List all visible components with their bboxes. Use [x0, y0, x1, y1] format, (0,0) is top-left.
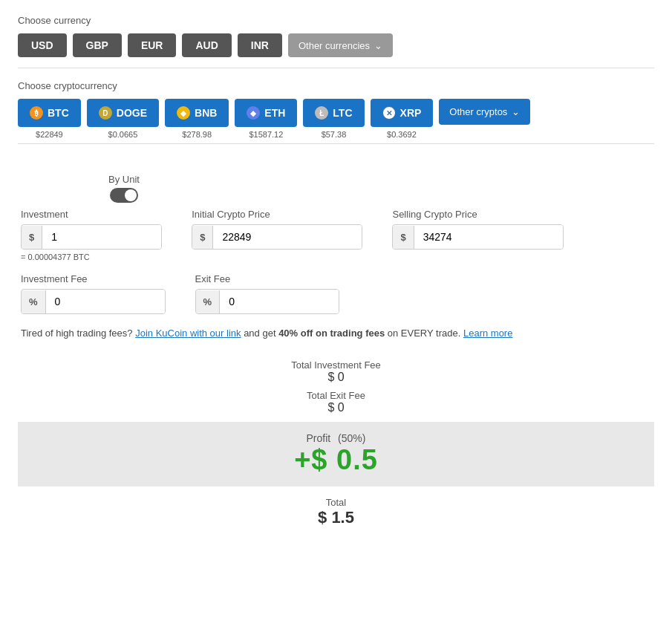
initial-price-label: Initial Crypto Price	[192, 209, 362, 220]
btc-equiv: = 0.00004377 BTC	[21, 253, 162, 261]
initial-price-prefix: $	[192, 226, 213, 249]
investment-block: Investment $ = 0.00004377 BTC	[21, 209, 162, 261]
xrp-icon: ✕	[382, 106, 396, 120]
other-currencies-label: Other currencies	[299, 40, 370, 51]
investment-fee-label: Investment Fee	[21, 273, 166, 284]
currency-eur[interactable]: EUR	[128, 33, 177, 57]
crypto-xrp-button[interactable]: ✕ XRP	[371, 99, 434, 127]
learn-more-link[interactable]: Learn more	[463, 328, 512, 339]
other-currencies-button[interactable]: Other currencies ⌄	[288, 33, 393, 57]
investment-input-group: $	[21, 224, 162, 250]
currency-buttons: USD GBP EUR AUD INR Other currencies ⌄	[18, 33, 654, 57]
results-section: Total Investment Fee $ 0 Total Exit Fee …	[18, 359, 654, 414]
profit-section: Profit (50%) +$ 0.5	[18, 422, 654, 486]
investment-fee-input[interactable]	[46, 290, 165, 313]
investment-prefix: $	[22, 226, 42, 249]
exit-fee-input-group: %	[195, 289, 340, 314]
fee-text-after: on EVERY trade.	[385, 328, 463, 339]
total-investment-fee-row: Total Investment Fee $ 0	[18, 359, 654, 384]
total-label: Total	[18, 497, 654, 508]
bnb-icon: ◆	[177, 106, 190, 120]
profit-value: +$ 0.5	[18, 444, 654, 476]
kucoin-link[interactable]: Join KuCoin with our link	[135, 328, 241, 339]
other-cryptos-button[interactable]: Other cryptos ⌄	[439, 99, 530, 125]
doge-icon: D	[99, 106, 112, 120]
fee-text-middle: and get	[241, 328, 279, 339]
exit-fee-label: Exit Fee	[195, 273, 340, 284]
crypto-eth-button[interactable]: ◆ ETH	[235, 99, 297, 127]
exit-fee-input[interactable]	[220, 290, 339, 313]
initial-price-input-group: $	[192, 224, 362, 250]
other-cryptos-wrapper: Other cryptos ⌄	[439, 99, 530, 125]
currency-gbp[interactable]: GBP	[73, 33, 122, 57]
selling-price-input[interactable]	[414, 225, 563, 249]
ltc-label: LTC	[333, 107, 352, 119]
bnb-label: BNB	[195, 107, 217, 119]
profit-label: Profit (50%)	[18, 432, 654, 444]
investment-fee-input-group: %	[21, 289, 166, 314]
ltc-icon: Ł	[315, 106, 328, 120]
selling-price-input-group: $	[392, 224, 563, 250]
crypto-bnb-button[interactable]: ◆ BNB	[165, 99, 229, 127]
xrp-wrapper: ✕ XRP $0.3692	[371, 99, 434, 139]
divider-1	[18, 68, 654, 68]
doge-label: DOGE	[117, 107, 147, 119]
ltc-wrapper: Ł LTC $57.38	[303, 99, 364, 139]
bnb-price: $278.98	[182, 130, 212, 139]
bnb-wrapper: ◆ BNB $278.98	[165, 99, 229, 139]
currency-aud[interactable]: AUD	[182, 33, 231, 57]
xrp-price: $0.3692	[387, 130, 417, 139]
ltc-price: $57.38	[322, 130, 347, 139]
investment-label: Investment	[21, 209, 162, 220]
by-unit-toggle[interactable]	[110, 188, 138, 203]
crypto-doge-button[interactable]: D DOGE	[87, 99, 159, 127]
currency-usd[interactable]: USD	[18, 33, 67, 57]
btc-wrapper: ₿ BTC $22849	[18, 99, 81, 139]
exit-fee-prefix: %	[196, 290, 221, 313]
calculator-area: By Unit Investment $ = 0.00004377 BTC In…	[18, 174, 654, 342]
total-value: $ 1.5	[18, 508, 654, 527]
fee-bold-text: 40% off on trading fees	[278, 328, 385, 339]
initial-price-block: Initial Crypto Price $	[192, 209, 362, 250]
crypto-ltc-button[interactable]: Ł LTC	[303, 99, 364, 127]
btc-label: BTC	[48, 107, 69, 119]
by-unit-label: By Unit	[108, 174, 140, 185]
total-exit-fee-value: $ 0	[18, 401, 654, 414]
divider-2	[18, 143, 654, 144]
chevron-down-icon: ⌄	[374, 40, 382, 51]
currency-section: Choose currency USD GBP EUR AUD INR Othe…	[18, 15, 654, 57]
total-investment-fee-label: Total Investment Fee	[18, 359, 654, 371]
investment-fee-prefix: %	[22, 290, 46, 313]
crypto-buttons: ₿ BTC $22849 D DOGE $0.0665 ◆ BNB $278.	[18, 99, 654, 139]
crypto-label: Choose cryptocurrency	[18, 80, 654, 91]
doge-wrapper: D DOGE $0.0665	[87, 99, 159, 139]
chevron-down-icon-crypto: ⌄	[512, 106, 520, 117]
eth-label: ETH	[264, 107, 285, 119]
total-exit-fee-row: Total Exit Fee $ 0	[18, 390, 654, 414]
selling-price-prefix: $	[393, 226, 414, 249]
total-investment-fee-value: $ 0	[18, 371, 654, 384]
crypto-section: Choose cryptocurrency ₿ BTC $22849 D DOG…	[18, 80, 654, 139]
xrp-label: XRP	[400, 107, 422, 119]
doge-price: $0.0665	[108, 130, 138, 139]
currency-inr[interactable]: INR	[238, 33, 282, 57]
total-exit-fee-label: Total Exit Fee	[18, 390, 654, 401]
investment-fee-block: Investment Fee %	[21, 273, 166, 314]
currency-label: Choose currency	[18, 15, 654, 26]
selling-price-block: Selling Crypto Price $	[392, 209, 563, 250]
investment-input[interactable]	[42, 225, 161, 249]
fee-promo-text: Tired of high trading fees? Join KuCoin …	[21, 326, 651, 342]
fee-text-before: Tired of high trading fees?	[21, 328, 135, 339]
btc-icon: ₿	[30, 106, 43, 120]
exit-fee-block: Exit Fee %	[195, 273, 340, 314]
eth-icon: ◆	[247, 106, 260, 120]
profit-percent: (50%)	[338, 432, 365, 444]
btc-price: $22849	[36, 130, 63, 139]
crypto-btc-button[interactable]: ₿ BTC	[18, 99, 81, 127]
selling-price-label: Selling Crypto Price	[392, 209, 563, 220]
main-container: Choose currency USD GBP EUR AUD INR Othe…	[0, 0, 672, 635]
eth-wrapper: ◆ ETH $1587.12	[235, 99, 297, 139]
other-cryptos-label: Other cryptos	[449, 106, 507, 117]
initial-price-input[interactable]	[213, 225, 362, 249]
eth-price: $1587.12	[249, 130, 283, 139]
